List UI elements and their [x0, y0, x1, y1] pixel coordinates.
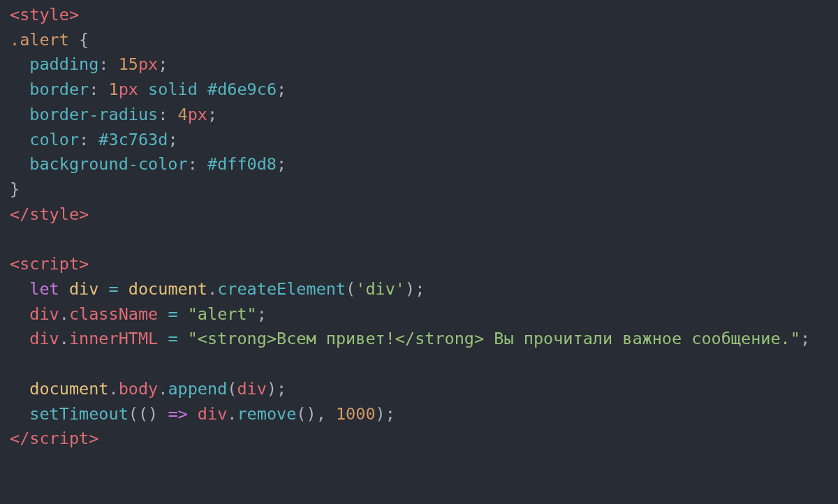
code-token: [178, 329, 188, 348]
code-token: 15: [119, 54, 138, 74]
code-token: .: [108, 379, 118, 399]
code-token: :: [89, 80, 98, 99]
code-line: }: [10, 179, 20, 199]
code-token: style: [20, 5, 69, 24]
code-token: .: [227, 404, 237, 424]
code-token: let: [29, 279, 59, 299]
code-token: {: [79, 30, 89, 50]
code-token: body: [119, 379, 159, 399]
code-token: [109, 54, 119, 74]
code-token: [10, 404, 29, 424]
code-line: let div = document.createElement('div');: [10, 279, 425, 299]
code-token: [69, 30, 79, 50]
code-token: ;: [415, 279, 425, 299]
code-line: div.className = "alert";: [10, 304, 267, 324]
code-token: border-radius: [29, 105, 158, 124]
code-token: document: [128, 279, 207, 299]
code-token: ): [376, 404, 385, 424]
code-token: [10, 279, 29, 299]
code-token: </: [10, 429, 29, 448]
code-token: #3c763d: [98, 130, 168, 149]
code-token: [158, 329, 168, 348]
code-line: document.body.append(div);: [10, 379, 286, 399]
code-token: "alert": [188, 304, 257, 324]
code-token: =: [168, 304, 177, 324]
code-token: >: [79, 254, 89, 274]
code-token: [178, 304, 188, 324]
code-token: remove: [237, 404, 296, 424]
code-token: [10, 304, 29, 324]
code-token: 'div': [355, 279, 405, 299]
code-token: =>: [168, 404, 187, 424]
code-token: color: [29, 130, 79, 149]
code-token: innerHTML: [69, 329, 158, 348]
code-token: px: [138, 54, 158, 74]
code-token: }: [10, 179, 20, 199]
code-token: [10, 130, 29, 149]
code-token: ;: [277, 379, 286, 399]
code-token: [59, 279, 69, 299]
code-token: ;: [168, 130, 177, 149]
code-line: <style>: [10, 5, 79, 24]
code-line: </script>: [10, 429, 98, 448]
code-token: "<strong>Всем привет!</strong> Вы прочит…: [188, 329, 800, 348]
code-line: setTimeout(() => div.remove(), 1000);: [10, 404, 395, 424]
code-token: 1: [109, 80, 119, 99]
code-token: ;: [385, 404, 395, 424]
code-token: =: [168, 329, 177, 348]
code-token: ,: [316, 404, 326, 424]
code-token: [158, 304, 168, 324]
code-token: padding: [29, 54, 98, 74]
code-token: [138, 80, 148, 99]
code-token: [158, 404, 168, 424]
code-token: :: [98, 54, 108, 74]
code-token: 4: [178, 105, 188, 124]
code-token: .: [207, 279, 217, 299]
code-token: </: [10, 205, 29, 224]
code-token: div: [198, 404, 227, 424]
code-token: [98, 279, 108, 299]
code-token: ;: [277, 154, 286, 174]
code-token: >: [89, 429, 98, 448]
code-token: ;: [207, 105, 217, 124]
code-token: className: [69, 304, 158, 324]
code-line: </style>: [10, 205, 89, 224]
code-token: ;: [277, 80, 286, 99]
code-line: border: 1px solid #d6e9c6;: [10, 80, 286, 99]
code-line: padding: 15px;: [10, 54, 168, 74]
code-token: .: [59, 304, 69, 324]
code-token: solid: [148, 80, 198, 99]
code-token: [188, 404, 198, 424]
code-token: [198, 154, 207, 174]
code-token: :: [158, 105, 168, 124]
code-token: [89, 130, 98, 149]
code-token: .alert: [10, 30, 69, 50]
code-snippet: <style> .alert { padding: 15px; border: …: [0, 0, 838, 461]
code-token: .: [158, 379, 168, 399]
code-line: div.innerHTML = "<strong>Всем привет!</s…: [10, 329, 810, 348]
code-token: <: [10, 5, 20, 24]
code-token: append: [168, 379, 227, 399]
code-token: [10, 154, 29, 174]
code-token: <: [10, 254, 20, 274]
code-line: .alert {: [10, 30, 89, 50]
code-token: script: [20, 254, 79, 274]
code-token: [168, 105, 177, 124]
code-line: color: #3c763d;: [10, 130, 178, 149]
code-token: [10, 54, 29, 74]
code-line: border-radius: 4px;: [10, 105, 217, 124]
code-token: [10, 105, 29, 124]
code-line: background-color: #dff0d8;: [10, 154, 286, 174]
code-token: 1000: [336, 404, 376, 424]
code-line: <script>: [10, 254, 89, 274]
code-token: (): [296, 404, 316, 424]
code-token: div: [237, 379, 266, 399]
code-token: >: [69, 5, 79, 24]
code-token: style: [29, 205, 79, 224]
code-token: background-color: [29, 154, 187, 174]
code-token: ): [405, 279, 415, 299]
code-token: setTimeout: [29, 404, 128, 424]
code-token: [119, 279, 128, 299]
code-token: [326, 404, 336, 424]
code-token: px: [188, 105, 207, 124]
